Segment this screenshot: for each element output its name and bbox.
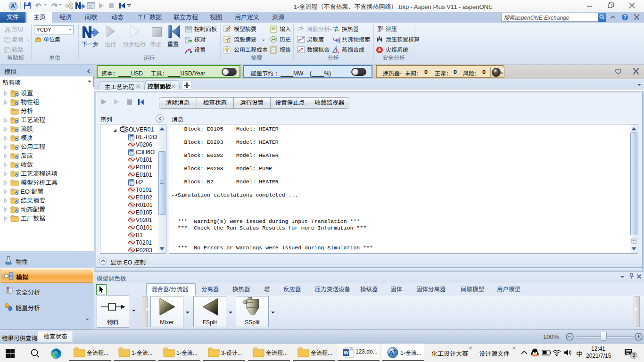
svg-text:?: ? [624, 15, 627, 20]
svg-text:W: W [344, 350, 349, 355]
svg-text:+: + [14, 2, 17, 7]
svg-text:+: + [393, 348, 396, 353]
